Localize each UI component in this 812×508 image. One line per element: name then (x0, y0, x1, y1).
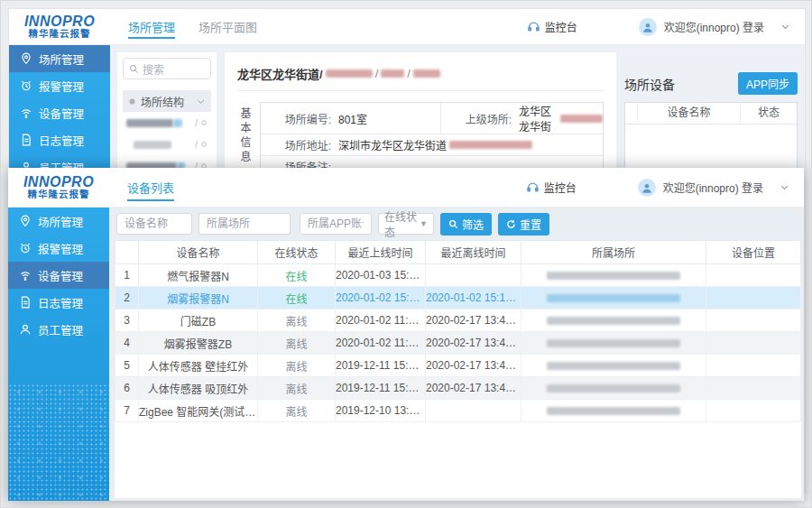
back-header: INNOPRO 精华隆云报警 场所管理 场所平面图 监控台 欢迎您(innopr… (9, 9, 805, 45)
device-name-cell[interactable]: 燃气报警器N (139, 264, 258, 287)
device-name-cell[interactable]: 门磁ZB (139, 309, 258, 332)
status-badge: 离线 (285, 316, 307, 328)
front-header-right: 监控台 欢迎您(innopro) 登录 (526, 168, 804, 207)
user-menu-chevron[interactable] (780, 182, 789, 192)
tree-search-input[interactable]: 搜索 (123, 58, 211, 79)
place-filter-input[interactable] (198, 213, 291, 235)
status-badge: 在线 (285, 293, 307, 306)
logo-text: INNOPRO (23, 175, 94, 190)
sidebar-item-devices[interactable]: 设备管理 (9, 99, 110, 126)
sidebar-item-places[interactable]: 场所管理 (9, 45, 110, 72)
monitor-link[interactable]: 监控台 (527, 19, 577, 34)
sidebar-item-logs[interactable]: 日志管理 (9, 126, 110, 153)
avatar[interactable] (639, 18, 657, 36)
redacted-text (381, 69, 404, 78)
logo-text: INNOPRO (24, 14, 95, 30)
redacted-text (547, 272, 680, 280)
brand-logo: INNOPRO 精华隆云报警 (9, 9, 110, 44)
monitor-link[interactable]: 监控台 (526, 180, 577, 195)
table-row[interactable]: 6 人体传感器 吸顶红外 离线 2019-12-11 15:36:53 2020… (115, 377, 801, 400)
table-row[interactable]: 3 门磁ZB 离线 2020-01-02 11:38:08 2020-02-17… (115, 309, 801, 332)
redacted-text (173, 119, 182, 127)
place-cell (521, 355, 706, 377)
table-row[interactable]: 4 烟雾报警器ZB 离线 2020-01-02 11:33:49 2020-02… (115, 332, 801, 355)
tree-item-actions[interactable]: / (195, 139, 208, 150)
redacted-text (326, 69, 373, 78)
table-row-selected[interactable]: 2 烟雾报警器N 在线 2020-01-02 15:17:12 2020-01-… (115, 287, 801, 309)
redacted-text (547, 339, 680, 347)
last-online-cell: 2020-01-02 15:17:12 (336, 287, 426, 309)
user-icon (641, 21, 654, 33)
table-row[interactable]: 5 人体传感器 壁挂红外 离线 2019-12-11 15:42:30 2020… (115, 355, 801, 377)
device-name-filter-input[interactable] (116, 213, 192, 235)
sidebar-label: 场所管理 (39, 51, 84, 68)
app-sync-button[interactable]: APP同步 (738, 72, 798, 95)
monitor-label: 监控台 (545, 19, 577, 34)
tree-title: 场所结构 (141, 94, 184, 109)
redacted-text (134, 141, 171, 149)
tree-root-toggle[interactable]: 场所结构 (123, 90, 211, 112)
device-name-cell[interactable]: 烟雾报警器N (139, 287, 258, 309)
search-icon (129, 64, 139, 74)
row-index: 1 (115, 264, 139, 287)
table-row[interactable]: 1 燃气报警器N 在线 2020-01-03 15:59:34 (115, 264, 801, 287)
online-status-value: 在线状态 (384, 208, 420, 239)
last-offline-cell: 2020-02-17 13:44:13 (426, 377, 521, 400)
welcome-text: 欢迎您(innopro) 登录 (664, 19, 764, 34)
location-cell (706, 264, 801, 287)
front-window: INNOPRO 精华隆云报警 设备列表 监控台 欢迎您(innopro) 登录 (8, 168, 804, 501)
online-status-select[interactable]: 在线状态 ▼ (378, 213, 434, 235)
redacted-text (547, 294, 680, 302)
tree-item[interactable]: / (123, 112, 211, 134)
front-header: INNOPRO 精华隆云报警 设备列表 监控台 欢迎您(innopro) 登录 (8, 168, 804, 208)
filter-button[interactable]: 筛选 (440, 213, 492, 236)
tab-place-floorplan[interactable]: 场所平面图 (198, 9, 257, 44)
sidebar-item-logs[interactable]: 日志管理 (8, 289, 109, 316)
document-icon (19, 296, 32, 309)
sidebar-label: 报警管理 (39, 78, 84, 95)
sidebar-item-devices[interactable]: 设备管理 (8, 262, 109, 289)
device-name-cell[interactable]: ZigBee 智能网关(测试-韦) (139, 400, 258, 422)
location-cell (706, 377, 801, 400)
row-index: 7 (115, 400, 139, 422)
user-menu-chevron[interactable] (780, 22, 790, 32)
tree-item[interactable]: / (123, 134, 211, 155)
tab-place-management[interactable]: 场所管理 (128, 9, 175, 44)
last-online-cell: 2019-12-10 13:36:12 (336, 400, 426, 422)
row-index: 3 (115, 309, 139, 332)
device-name-cell[interactable]: 人体传感器 吸顶红外 (139, 377, 258, 400)
app-account-filter-input[interactable] (300, 213, 372, 235)
device-table: 设备名称 在线状态 最近上线时间 最近离线时间 所属场所 设备位置 1 (115, 240, 801, 422)
avatar[interactable] (638, 179, 656, 197)
redacted-text (449, 141, 532, 149)
tree-item-actions[interactable]: / (195, 117, 208, 128)
place-cell (521, 264, 706, 287)
sidebar-item-staff[interactable]: 员工管理 (8, 316, 109, 343)
alarm-icon (19, 242, 32, 254)
reset-button[interactable]: 重置 (498, 213, 549, 236)
sidebar-item-alarms[interactable]: 报警管理 (9, 72, 110, 99)
chevron-down-icon (780, 182, 789, 192)
place-cell (521, 287, 706, 309)
sidebar-item-alarms[interactable]: 报警管理 (8, 235, 109, 262)
col-last-offline: 最近离线时间 (426, 241, 521, 264)
col-location: 设备位置 (706, 241, 801, 264)
last-offline-cell: 2020-01-02 15:16:00 (426, 287, 521, 309)
last-online-cell: 2019-12-11 15:36:53 (336, 377, 426, 400)
device-name-cell[interactable]: 烟雾报警器ZB (139, 332, 258, 355)
table-row[interactable]: 7 ZigBee 智能网关(测试-韦) 离线 2019-12-10 13:36:… (115, 400, 801, 422)
field-label: 场所地址: (261, 137, 331, 152)
col-online-status: 在线状态 (258, 241, 336, 264)
last-offline-cell (426, 264, 521, 287)
col-device-name: 设备名称 (139, 241, 258, 264)
status-badge: 离线 (285, 406, 307, 419)
device-name-cell[interactable]: 人体传感器 壁挂红外 (139, 355, 258, 377)
redacted-text (547, 384, 680, 393)
redacted-text (547, 362, 680, 370)
col-place: 所属场所 (521, 241, 706, 264)
sidebar-item-places[interactable]: 场所管理 (8, 208, 109, 235)
location-pin-icon (19, 215, 32, 227)
location-cell (706, 287, 801, 309)
field-label: 上级场所: (441, 111, 512, 126)
tab-device-list[interactable]: 设备列表 (127, 168, 174, 207)
